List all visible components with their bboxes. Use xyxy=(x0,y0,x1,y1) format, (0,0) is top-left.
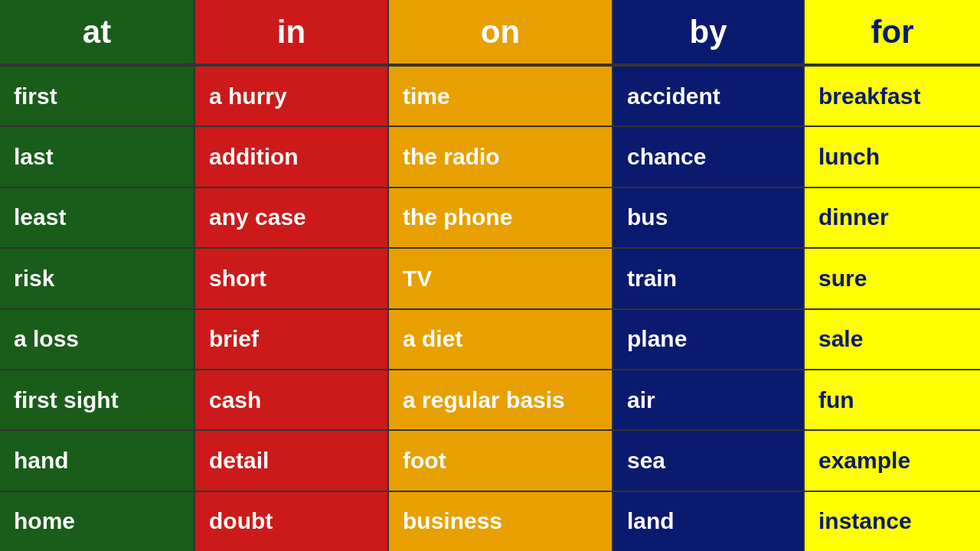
header-for: for xyxy=(805,0,980,65)
table-row: risk short TV train sure xyxy=(0,247,980,308)
cell-on-0: time xyxy=(389,67,613,126)
cell-on-6: foot xyxy=(389,431,613,490)
cell-in-6: detail xyxy=(195,431,389,490)
cell-for-7: instance xyxy=(805,492,980,551)
cell-on-7: business xyxy=(389,492,613,551)
cell-on-2: the phone xyxy=(389,188,613,247)
cell-in-5: cash xyxy=(195,370,389,429)
cell-at-7: home xyxy=(0,492,195,551)
cell-for-4: sale xyxy=(805,310,980,369)
table-row: a loss brief a diet plane sale xyxy=(0,308,980,369)
cell-by-3: train xyxy=(613,249,805,308)
cell-on-4: a diet xyxy=(389,310,613,369)
cell-by-0: accident xyxy=(613,67,805,126)
table-row: last addition the radio chance lunch xyxy=(0,126,980,186)
cell-for-3: sure xyxy=(805,249,980,308)
cell-at-1: last xyxy=(0,127,195,186)
cell-at-3: risk xyxy=(0,249,195,308)
cell-at-6: hand xyxy=(0,431,195,490)
header-at: at xyxy=(0,0,195,65)
cell-for-2: dinner xyxy=(805,188,980,247)
cell-in-4: brief xyxy=(195,310,389,369)
cell-for-1: lunch xyxy=(805,127,980,186)
cell-on-1: the radio xyxy=(389,127,613,186)
cell-in-2: any case xyxy=(195,188,389,247)
cell-by-2: bus xyxy=(613,188,805,247)
header-row: at in on by for xyxy=(0,0,980,65)
table-row: first a hurry time accident breakfast xyxy=(0,65,980,126)
cell-by-7: land xyxy=(613,492,805,551)
table-row: home doubt business land instance xyxy=(0,491,980,551)
data-rows: first a hurry time accident breakfast la… xyxy=(0,65,980,551)
cell-by-6: sea xyxy=(613,431,805,490)
cell-at-2: least xyxy=(0,188,195,247)
cell-at-4: a loss xyxy=(0,310,195,369)
cell-for-6: example xyxy=(805,431,980,490)
cell-at-0: first xyxy=(0,67,195,126)
cell-in-7: doubt xyxy=(195,492,389,551)
cell-on-3: TV xyxy=(389,249,613,308)
header-in: in xyxy=(195,0,389,65)
header-by: by xyxy=(613,0,805,65)
cell-for-0: breakfast xyxy=(805,67,980,126)
cell-in-3: short xyxy=(195,249,389,308)
cell-in-1: addition xyxy=(195,127,389,186)
cell-by-5: air xyxy=(613,370,805,429)
header-on: on xyxy=(389,0,613,65)
cell-in-0: a hurry xyxy=(195,67,389,126)
cell-by-4: plane xyxy=(613,310,805,369)
cell-by-1: chance xyxy=(613,127,805,186)
cell-at-5: first sight xyxy=(0,370,195,429)
table-row: least any case the phone bus dinner xyxy=(0,187,980,247)
table-row: first sight cash a regular basis air fun xyxy=(0,369,980,429)
table-row: hand detail foot sea example xyxy=(0,429,980,490)
cell-for-5: fun xyxy=(805,370,980,429)
prepositions-table: at in on by for first a hurry time xyxy=(0,0,980,551)
cell-on-5: a regular basis xyxy=(389,370,613,429)
